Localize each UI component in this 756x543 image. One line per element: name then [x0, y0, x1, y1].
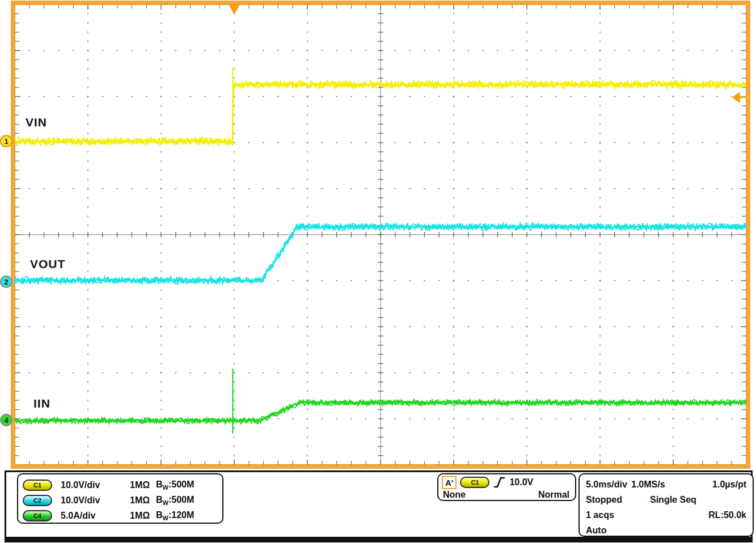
channel2-bandwidth: BW:500M [156, 495, 194, 506]
acquisition-state: Stopped [586, 495, 650, 505]
channel4-position-marker[interactable]: 4 [0, 414, 12, 426]
channel1-bandwidth: BW:500M [156, 480, 194, 491]
trigger-settings-row: A' C1 10.0V [442, 476, 571, 489]
horizontal-readout[interactable]: 5.0ms/div 1.0MS/s 1.0µs/pt Stopped Singl… [578, 473, 754, 537]
trigger-mode-row: None Normal [442, 489, 571, 500]
channel1-impedance: 1MΩ [130, 480, 156, 490]
sample-resolution: 1.0µs/pt [712, 480, 746, 490]
channel4-badge[interactable]: C4 [23, 510, 52, 521]
timebase-row: 5.0ms/div 1.0MS/s 1.0µs/pt [586, 477, 746, 492]
trigger-level-value: 10.0V [509, 477, 533, 487]
channel1-badge[interactable]: C1 [23, 480, 52, 491]
channel2-badge[interactable]: C2 [23, 495, 52, 506]
waveform-display-frame: VIN VOUT IIN [11, 1, 750, 469]
channel2-scale: 10.0V/div [61, 495, 130, 506]
trace-label-vin: VIN [26, 116, 47, 128]
trigger-level-marker[interactable] [733, 92, 751, 103]
oscilloscope-screen: VIN VOUT IIN 1 2 4 C1 10.0V/div 1MΩ BW:5… [0, 0, 756, 543]
acquisition-count: 1 acqs [586, 510, 708, 520]
trigger-position-marker[interactable] [229, 5, 239, 15]
rising-edge-icon [493, 476, 506, 489]
channel2-position-marker[interactable]: 2 [0, 275, 12, 288]
waveform-traces [15, 5, 746, 465]
readout-panel: C1 10.0V/div 1MΩ BW:500M C2 10.0V/div 1M… [5, 470, 753, 542]
channel4-scale: 5.0A/div [61, 511, 130, 521]
trigger-mode-auto-row: Auto [586, 523, 746, 538]
record-length: RL:50.0k [708, 510, 746, 520]
timebase-scale: 5.0ms/div [586, 480, 631, 490]
channel1-scale: 10.0V/div [61, 480, 130, 490]
channel-readouts[interactable]: C1 10.0V/div 1MΩ BW:500M C2 10.0V/div 1M… [17, 473, 223, 524]
auto-trigger-mode: Auto [586, 525, 606, 536]
channel4-bandwidth: BW:120M [156, 510, 194, 521]
sample-rate: 1.0MS/s [631, 480, 712, 490]
trigger-mode: Normal [538, 490, 569, 500]
acquisition-mode: Single Seq [650, 495, 696, 505]
trace-label-iin: IIN [33, 397, 50, 409]
trigger-holdoff: None [443, 490, 466, 500]
trigger-readout[interactable]: A' C1 10.0V None Normal [437, 473, 576, 501]
channel4-impedance: 1MΩ [130, 511, 156, 521]
channel1-position-marker[interactable]: 1 [0, 135, 12, 147]
trace-label-vout: VOUT [30, 258, 65, 270]
trigger-ab-badge[interactable]: A' [442, 476, 457, 489]
channel1-readout-row[interactable]: C1 10.0V/div 1MΩ BW:500M [23, 477, 222, 493]
acquisition-state-row: Stopped Single Seq [586, 492, 746, 507]
channel4-readout-row[interactable]: C4 5.0A/div 1MΩ BW:120M [23, 508, 222, 523]
channel2-readout-row[interactable]: C2 10.0V/div 1MΩ BW:500M [23, 493, 222, 508]
channel2-impedance: 1MΩ [130, 495, 156, 506]
trigger-source-badge[interactable]: C1 [460, 477, 489, 488]
graticule-area: VIN VOUT IIN [15, 5, 746, 465]
acquisition-count-row: 1 acqs RL:50.0k [586, 507, 746, 523]
